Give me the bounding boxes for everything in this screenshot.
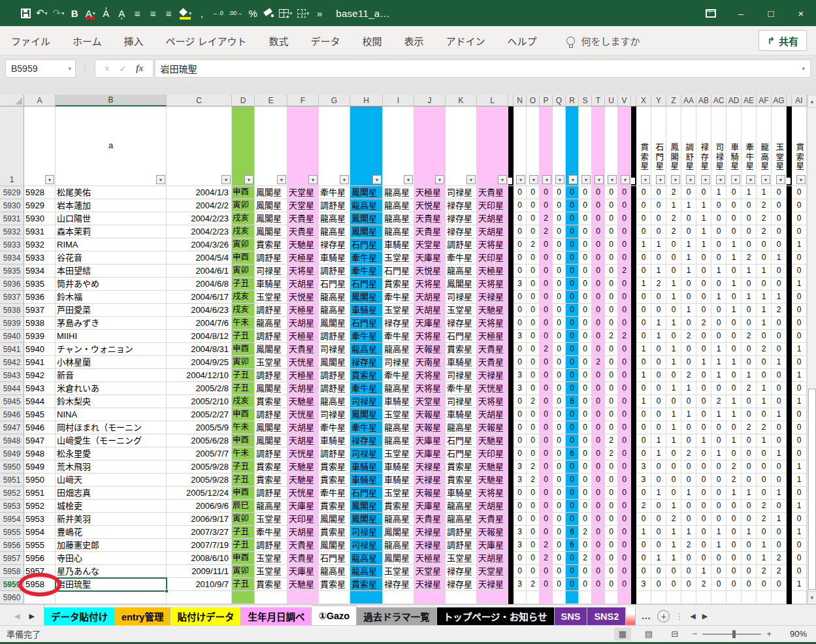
grid-cell[interactable]: 0 xyxy=(696,395,711,408)
column-header-D[interactable]: D xyxy=(232,95,255,106)
grid-cell[interactable]: 0 xyxy=(742,304,757,317)
grid-cell[interactable]: 0 xyxy=(527,356,540,369)
grid-cell[interactable]: 龍高星 xyxy=(383,434,414,447)
grid-cell[interactable] xyxy=(508,447,514,460)
grid-cell[interactable]: 戌亥 xyxy=(232,225,255,238)
grid-cell[interactable]: 司禄星 xyxy=(350,526,383,539)
grid-cell[interactable]: 天庫星 xyxy=(287,565,319,578)
page-layout-view-icon[interactable]: ▤ xyxy=(640,628,657,641)
grid-cell[interactable]: 鳳閣星 xyxy=(255,343,287,356)
grid-cell[interactable]: 1 xyxy=(651,447,666,460)
grid-cell[interactable]: 0 xyxy=(666,304,681,317)
grid-cell[interactable]: ▼ xyxy=(605,106,618,186)
grid-cell[interactable]: 3 xyxy=(514,539,527,552)
grid-cell[interactable] xyxy=(681,591,696,604)
grid-cell[interactable] xyxy=(566,591,579,604)
grid-cell[interactable]: 0 xyxy=(605,291,618,304)
grid-cell[interactable]: 0 xyxy=(726,186,742,199)
grid-cell[interactable]: 0 xyxy=(726,552,742,565)
sheet-tab-データ貼付け[interactable]: データ貼付け xyxy=(44,607,115,625)
grid-cell[interactable]: ▼ xyxy=(618,106,631,186)
borders-icon[interactable]: ▾ xyxy=(295,5,311,22)
grid-cell[interactable]: 禄存星 xyxy=(446,225,477,238)
grid-cell[interactable]: 1 xyxy=(792,395,807,408)
grid-cell[interactable]: 2 xyxy=(605,447,618,460)
column-header-AD[interactable]: AD xyxy=(726,95,742,106)
zoom-in-icon[interactable]: + xyxy=(766,629,772,639)
grid-cell[interactable]: 0 xyxy=(553,513,566,526)
row-header[interactable]: 5930 xyxy=(0,199,24,212)
grid-cell[interactable]: 鳳閣星 xyxy=(255,421,287,434)
grid-cell[interactable]: 2 xyxy=(742,251,757,265)
grid-cell[interactable]: 龍高星 xyxy=(446,265,477,278)
grid-cell[interactable]: 1 xyxy=(742,526,757,539)
grid-cell[interactable]: 天恍星 xyxy=(287,487,319,500)
grid-cell[interactable]: 1 xyxy=(696,356,711,369)
grid-cell[interactable]: MIIHI xyxy=(56,330,167,343)
grid-cell[interactable]: 3 xyxy=(636,474,651,487)
grid-cell[interactable]: 0 xyxy=(726,369,742,382)
grid-cell[interactable]: 車騎星 xyxy=(383,238,414,251)
grid-cell[interactable]: 0 xyxy=(696,513,711,526)
grid-cell[interactable]: 調舒星▼ xyxy=(681,106,696,186)
grid-cell[interactable]: 午未 xyxy=(232,447,255,460)
grid-cell[interactable]: 0 xyxy=(527,369,540,382)
grid-cell[interactable]: 1 xyxy=(666,526,681,539)
grid-cell[interactable]: 1 xyxy=(651,317,666,330)
grid-cell[interactable]: 1 xyxy=(757,539,772,552)
grid-cell[interactable]: 天馳星 xyxy=(287,395,319,408)
tabbar-scroll-right-icon[interactable]: ▶ xyxy=(702,612,708,620)
grid-cell[interactable]: 1 xyxy=(681,408,696,421)
grid-cell[interactable] xyxy=(255,591,287,604)
grid-cell[interactable]: 天貴星 xyxy=(477,513,508,526)
formula-bar-expand-icon[interactable]: ▾ xyxy=(802,65,805,72)
grid-cell[interactable] xyxy=(787,278,792,291)
column-header-AF[interactable]: AF xyxy=(757,95,772,106)
grid-cell[interactable]: 0 xyxy=(636,225,651,238)
grid-cell[interactable]: 5938 xyxy=(24,317,56,330)
grid-cell[interactable]: 0 xyxy=(726,199,742,212)
grid-cell[interactable]: 0 xyxy=(618,212,631,225)
grid-cell[interactable] xyxy=(350,591,383,604)
grid-cell[interactable]: 0 xyxy=(742,317,757,330)
grid-cell[interactable] xyxy=(787,500,792,513)
grid-cell[interactable] xyxy=(787,421,792,434)
grid-cell[interactable]: 0 xyxy=(742,500,757,513)
grid-cell[interactable]: 0 xyxy=(592,487,605,500)
grid-cell[interactable]: 0 xyxy=(792,513,807,526)
grid-cell[interactable]: 申酉 xyxy=(232,434,255,447)
grid-cell[interactable]: 0 xyxy=(618,447,631,460)
grid-cell[interactable]: ▼ xyxy=(232,106,255,186)
grid-cell[interactable]: 1 xyxy=(696,212,711,225)
grid-cell[interactable]: 0 xyxy=(605,304,618,317)
grid-cell[interactable]: 0 xyxy=(566,369,579,382)
grid-cell[interactable] xyxy=(696,591,711,604)
row-header[interactable]: 5937 xyxy=(0,291,24,304)
grid-cell[interactable]: ▼ xyxy=(553,106,566,186)
grid-cell[interactable]: 0 xyxy=(553,199,566,212)
grid-cell[interactable]: 0 xyxy=(636,539,651,552)
grid-cell[interactable]: 0 xyxy=(696,369,711,382)
grid-cell[interactable]: 天禄星 xyxy=(414,539,446,552)
grid-cell[interactable]: 2005/2/10 xyxy=(167,395,232,408)
grid-cell[interactable]: 2005/6/28 xyxy=(167,434,232,447)
grid-cell[interactable]: 車騎星 xyxy=(383,474,414,487)
vertical-scrollbar-thumb[interactable] xyxy=(808,389,816,590)
grid-cell[interactable]: 牽牛星 xyxy=(350,421,383,434)
grid-cell[interactable]: 0 xyxy=(618,291,631,304)
grid-cell[interactable]: 0 xyxy=(527,513,540,526)
grid-cell[interactable]: 5931 xyxy=(24,225,56,238)
grid-cell[interactable]: 天極星 xyxy=(477,330,508,343)
grid-cell[interactable] xyxy=(167,591,232,604)
grid-cell[interactable]: 0 xyxy=(553,291,566,304)
grid-cell[interactable] xyxy=(636,591,651,604)
grid-cell[interactable]: 0 xyxy=(666,330,681,343)
grid-cell[interactable]: 0 xyxy=(757,578,772,591)
grid-cell[interactable]: 0 xyxy=(726,565,742,578)
grid-cell[interactable]: 0 xyxy=(772,474,787,487)
grid-cell[interactable]: 石門星 xyxy=(350,317,383,330)
grid-cell[interactable]: 1 xyxy=(757,186,772,199)
tab-page-layout[interactable]: ページ レイアウト xyxy=(155,26,258,56)
grid-cell[interactable]: 1 xyxy=(757,265,772,278)
grid-cell[interactable]: 0 xyxy=(772,434,787,447)
